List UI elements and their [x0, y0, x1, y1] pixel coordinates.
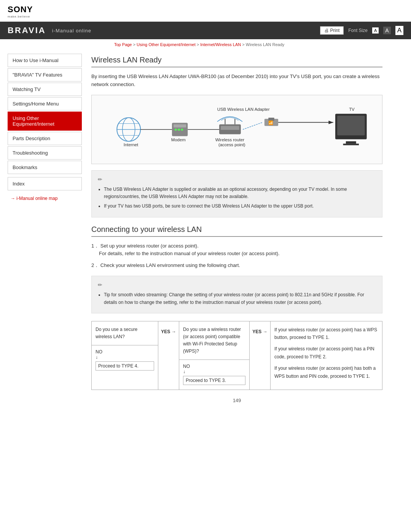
font-medium-button[interactable]: A — [383, 27, 390, 34]
main-layout: How to Use i-Manual "BRAVIA" TV Features… — [0, 50, 411, 419]
flow-chart: Do you use a secure wireless LAN? NO ↓ P… — [91, 321, 382, 390]
note-box-1: ✏ The USB Wireless LAN Adapter is suppli… — [91, 170, 382, 217]
flow-col2-no-section: NO ↓ Proceed to TYPE 3. — [179, 359, 249, 390]
flow-col2-proceed: Proceed to TYPE 3. — [183, 376, 245, 385]
svg-line-29 — [243, 122, 263, 129]
flow-col2-no-label: NO — [183, 364, 245, 369]
svg-rect-22 — [181, 129, 183, 131]
svg-text:(access point): (access point) — [218, 142, 245, 147]
network-diagram: USB Wireless LAN Adapter TV 📶 — [91, 95, 382, 164]
svg-rect-19 — [174, 124, 186, 127]
page-title: Wireless LAN Ready — [91, 56, 382, 67]
sidebar-map-link[interactable]: i-Manual online map — [8, 194, 82, 203]
flow-col1-no-label: NO — [96, 349, 154, 355]
sidebar-item-parts-desc[interactable]: Parts Description — [8, 132, 82, 145]
top-header: SONY make.believe — [0, 0, 411, 22]
font-large-button[interactable]: A — [395, 26, 403, 35]
nav-bar: BRAVIA i-Manual online 🖨 Print Font Size… — [0, 22, 411, 39]
steps-list: 1． Set up your wireless router (or acces… — [91, 242, 382, 270]
note-list-2: Tip for smooth video streaming: Change t… — [104, 291, 376, 306]
note-box-2: ✏ Tip for smooth video streaming: Change… — [91, 276, 382, 313]
step-1: 1． Set up your wireless router (or acces… — [91, 242, 382, 258]
svg-rect-26 — [221, 126, 239, 129]
flow-col3-item2: If your wireless router (or access point… — [274, 345, 378, 361]
font-small-button[interactable]: A — [372, 27, 379, 34]
flow-col1-proceed: Proceed to TYPE 4. — [96, 361, 154, 371]
sidebar-item-settings-home[interactable]: Settings/Home Menu — [8, 97, 82, 110]
svg-text:📶: 📶 — [268, 120, 273, 125]
flow-yes-arrow-1: YES → — [158, 321, 179, 390]
flow-yes-arrow-2: YES → — [250, 321, 271, 390]
sidebar-item-using-other[interactable]: Using Other Equipment/Internet — [8, 112, 82, 131]
flow-col1-question: Do you use a secure wireless LAN? — [92, 321, 158, 345]
flow-col1-no-arrow: ↓ — [96, 355, 154, 360]
svg-text:Internet: Internet — [124, 142, 139, 147]
print-button[interactable]: 🖨 Print — [320, 26, 344, 35]
flow-col3-item1: If your wireless router (or access point… — [274, 326, 378, 342]
bravia-logo: BRAVIA i-Manual online — [8, 26, 91, 35]
page-number: 149 — [91, 390, 382, 407]
note-list-1: The USB Wireless LAN Adapter is supplied… — [104, 186, 376, 210]
imanual-label: i-Manual online — [52, 28, 91, 34]
step-2: 2． Check your wireless LAN environment u… — [91, 262, 382, 270]
breadcrumb-top[interactable]: Top Page — [114, 42, 132, 47]
breadcrumb: Top Page > Using Other Equipment/Interne… — [0, 39, 411, 50]
flow-col2-question: Do you use a wireless router (or access … — [179, 321, 249, 360]
svg-rect-21 — [178, 129, 180, 131]
note-item-1: The USB Wireless LAN Adapter is supplied… — [104, 186, 376, 200]
svg-rect-3 — [337, 115, 365, 135]
breadcrumb-wireless-lan[interactable]: Internet/Wireless LAN — [200, 42, 241, 47]
svg-rect-20 — [175, 129, 177, 131]
flow-col1-no-section: NO ↓ Proceed to TYPE 4. — [92, 345, 158, 375]
flow-col2-no-arrow: ↓ — [183, 369, 245, 374]
svg-rect-4 — [346, 141, 356, 144]
svg-text:USB Wireless LAN Adapter: USB Wireless LAN Adapter — [217, 107, 270, 112]
sidebar-item-index[interactable]: Index — [8, 177, 82, 190]
svg-text:Wireless router: Wireless router — [215, 137, 245, 142]
svg-rect-5 — [343, 144, 359, 145]
sidebar-item-bravia-tv[interactable]: "BRAVIA" TV Features — [8, 68, 82, 81]
note-item-2: If your TV has two USB ports, be sure to… — [104, 203, 376, 210]
sidebar-item-watching-tv[interactable]: Watching TV — [8, 83, 82, 96]
note-item-3: Tip for smooth video streaming: Change t… — [104, 291, 376, 306]
section2-title: Connecting to your wireless LAN — [91, 225, 382, 237]
sidebar-item-bookmarks[interactable]: Bookmarks — [8, 161, 82, 174]
note-icon-2: ✏ — [98, 281, 376, 289]
content-area: Wireless LAN Ready By inserting the USB … — [82, 50, 394, 419]
svg-text:Modem: Modem — [171, 137, 186, 142]
print-icon: 🖨 — [324, 28, 329, 33]
flow-col3-item3: If your wireless router (or access point… — [274, 364, 378, 380]
breadcrumb-equipment[interactable]: Using Other Equipment/Internet — [137, 42, 196, 47]
svg-text:TV: TV — [349, 107, 355, 112]
bravia-brand: BRAVIA — [8, 26, 46, 35]
nav-right: 🖨 Print Font Size A A A — [320, 26, 403, 35]
sidebar: How to Use i-Manual "BRAVIA" TV Features… — [8, 50, 82, 419]
note-icon-1: ✏ — [98, 175, 376, 184]
sidebar-item-troubleshooting[interactable]: Troubleshooting — [8, 146, 82, 160]
font-size-label: Font Size — [348, 28, 368, 33]
diagram-svg: USB Wireless LAN Adapter TV 📶 — [103, 103, 371, 156]
sony-logo: SONY make.believe — [8, 5, 403, 18]
breadcrumb-current: Wireless LAN Ready — [246, 42, 284, 47]
sidebar-item-how-to-use[interactable]: How to Use i-Manual — [8, 54, 82, 67]
intro-text: By inserting the USB Wireless LAN Adapte… — [91, 73, 382, 89]
flow-col3: If your wireless router (or access point… — [271, 321, 382, 390]
